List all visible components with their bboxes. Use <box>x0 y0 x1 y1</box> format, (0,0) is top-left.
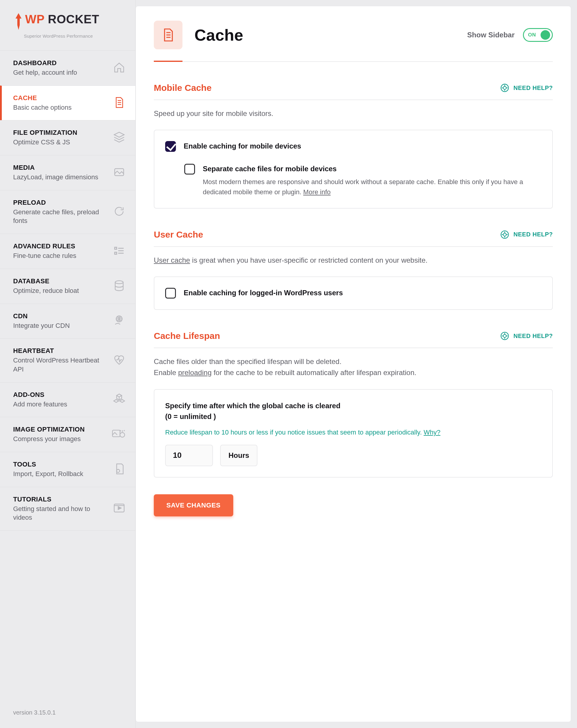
brand-text: WP ROCKET <box>25 13 99 25</box>
sidebar-item-dashboard[interactable]: DASHBOARDGet help, account info <box>0 51 135 85</box>
lifespan-value-input[interactable] <box>165 445 213 466</box>
section-mobile-cache: Mobile Cache NEED HELP? Speed up your si… <box>154 62 553 209</box>
lifespan-hint: Reduce lifespan to 10 hours or less if y… <box>165 428 542 436</box>
brand-tagline: Superior WordPress Performance <box>24 33 121 38</box>
user-cache-link[interactable]: User cache <box>154 256 190 264</box>
need-help-link[interactable]: NEED HELP? <box>500 83 553 92</box>
toggle-knob <box>541 30 550 40</box>
sidebar-item-image-optimization[interactable]: IMAGE OPTIMIZATIONCompress your images <box>0 417 135 452</box>
show-sidebar-toggle[interactable]: ON <box>523 28 553 42</box>
page-header: Cache Show Sidebar ON <box>154 21 553 62</box>
svg-point-10 <box>503 86 506 89</box>
section-title: User Cache <box>154 230 203 240</box>
sidebar-item-cdn[interactable]: CDNIntegrate your CDN <box>0 304 135 339</box>
globe-hand-icon <box>113 314 125 328</box>
database-icon <box>113 280 125 293</box>
picture-icon <box>113 166 125 179</box>
lifespan-box: Specify time after which the global cach… <box>154 389 553 477</box>
svg-point-12 <box>503 233 506 236</box>
options-box: Enable caching for logged-in WordPress u… <box>154 277 553 310</box>
options-box: Enable caching for mobile devices Separa… <box>154 130 553 209</box>
why-link[interactable]: Why? <box>423 428 440 436</box>
home-icon <box>113 61 125 75</box>
option-description: Most modern themes are responsive and sh… <box>203 177 542 197</box>
section-cache-lifespan: Cache Lifespan NEED HELP? Cache files ol… <box>154 310 553 477</box>
heartbeat-icon <box>113 354 125 367</box>
option-label: Separate cache files for mobile devices <box>203 164 542 174</box>
need-help-link[interactable]: NEED HELP? <box>500 332 553 340</box>
need-help-link[interactable]: NEED HELP? <box>500 230 553 239</box>
image-compress-icon <box>112 428 125 441</box>
more-info-link[interactable]: More info <box>303 188 331 196</box>
cubes-icon <box>113 393 125 406</box>
stack-icon <box>113 131 125 144</box>
sidebar-item-media[interactable]: MEDIALazyLoad, image dimensions <box>0 155 135 190</box>
brand-block: WP ROCKET Superior WordPress Performance <box>0 0 135 51</box>
checkbox-enable-mobile-cache[interactable] <box>165 141 176 152</box>
sidebar-nav: DASHBOARDGet help, account info CACHEBas… <box>0 51 135 531</box>
section-description: Cache files older than the specified lif… <box>154 356 553 378</box>
sidebar-item-advanced-rules[interactable]: ADVANCED RULESFine-tune cache rules <box>0 234 135 269</box>
lifespan-unit-select[interactable]: Hours <box>220 445 257 466</box>
section-description: User cache is great when you have user-s… <box>154 255 553 266</box>
save-changes-button[interactable]: SAVE CHANGES <box>154 494 233 516</box>
main-panel: Cache Show Sidebar ON Mobile Cache NEED … <box>136 6 571 722</box>
svg-point-7 <box>117 469 120 472</box>
page-title: Cache <box>194 26 243 44</box>
section-user-cache: User Cache NEED HELP? User cache is grea… <box>154 209 553 310</box>
sidebar-item-preload[interactable]: PRELOADGenerate cache files, preload fon… <box>0 190 135 234</box>
gear-page-icon <box>113 463 125 476</box>
sidebar-item-database[interactable]: DATABASEOptimize, reduce bloat <box>0 269 135 304</box>
section-title: Mobile Cache <box>154 83 212 93</box>
section-description: Speed up your site for mobile visitors. <box>154 108 553 119</box>
sidebar-item-heartbeat[interactable]: HEARTBEATControl WordPress Heartbeat API <box>0 338 135 382</box>
page-header-icon <box>154 21 183 49</box>
sidebar-version: version 3.15.0.1 <box>0 697 135 728</box>
list-icon <box>113 245 125 258</box>
checkbox-enable-user-cache[interactable] <box>165 288 176 298</box>
svg-point-3 <box>115 281 123 284</box>
page-icon <box>113 97 125 110</box>
sidebar-item-tutorials[interactable]: TUTORIALSGetting started and how to vide… <box>0 487 135 531</box>
lifespan-label: Specify time after which the global cach… <box>165 400 542 422</box>
refresh-icon <box>113 205 125 218</box>
svg-point-14 <box>503 334 506 337</box>
sidebar-item-tools[interactable]: TOOLSImport, Export, Rollback <box>0 452 135 487</box>
section-title: Cache Lifespan <box>154 331 220 341</box>
sidebar: WP ROCKET Superior WordPress Performance… <box>0 0 136 728</box>
option-label: Enable caching for logged-in WordPress u… <box>184 288 343 298</box>
preloading-link[interactable]: preloading <box>178 368 212 376</box>
video-icon <box>113 502 125 515</box>
sidebar-item-addons[interactable]: ADD-ONSAdd more features <box>0 382 135 417</box>
show-sidebar-label: Show Sidebar <box>467 31 515 39</box>
sidebar-item-file-optimization[interactable]: FILE OPTIMIZATIONOptimize CSS & JS <box>0 120 135 155</box>
svg-rect-2 <box>115 252 117 254</box>
sidebar-item-cache[interactable]: CACHEBasic cache options <box>0 85 135 121</box>
rocket-logo-icon <box>14 13 23 31</box>
option-label: Enable caching for mobile devices <box>184 141 301 151</box>
svg-point-6 <box>120 433 125 437</box>
checkbox-separate-mobile-cache[interactable] <box>184 164 195 175</box>
svg-rect-1 <box>115 247 117 249</box>
